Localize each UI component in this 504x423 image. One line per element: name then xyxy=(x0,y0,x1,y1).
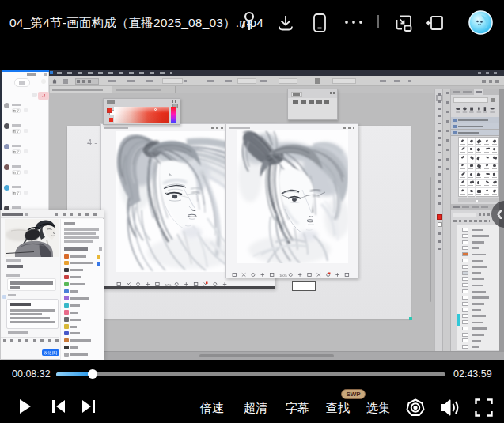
svg-text:57%: 57% xyxy=(165,284,172,287)
svg-text:100%: 100% xyxy=(279,274,287,278)
